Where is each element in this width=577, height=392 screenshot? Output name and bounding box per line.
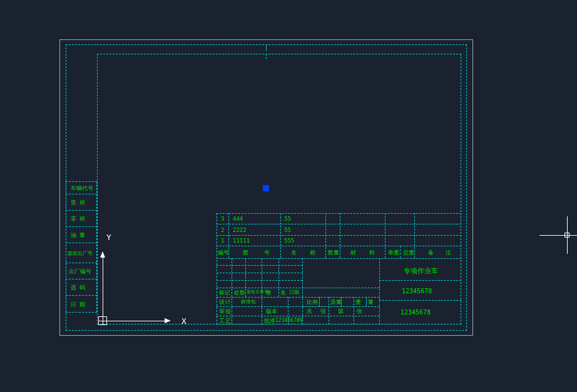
- selection-grip[interactable]: [263, 185, 269, 191]
- grid-line: [217, 288, 379, 288]
- grid-line: [329, 297, 329, 324]
- grid-line: [400, 246, 401, 258]
- r2c4: 比例: [307, 299, 318, 305]
- center-tick-top: [266, 44, 267, 51]
- r4c6: 第: [338, 309, 344, 314]
- h4: 称: [310, 250, 315, 256]
- grid-line: [217, 280, 302, 281]
- grid-line: [379, 258, 380, 324]
- left-row1: 里 程: [71, 200, 85, 206]
- x-arrow-icon: [165, 318, 171, 323]
- grid-line: [280, 213, 281, 258]
- grid-line: [217, 273, 302, 273]
- grid-line: [217, 224, 461, 224]
- center-tick-top-inner: [266, 54, 267, 59]
- r2c6: 重: [355, 299, 361, 305]
- crosshair-pickbox-icon: [564, 233, 569, 238]
- grid-line: [217, 265, 302, 266]
- x-label: X: [181, 316, 186, 326]
- c1-3: 444: [233, 216, 243, 222]
- grid-line: [217, 297, 379, 298]
- c1-2: 2222: [233, 228, 247, 233]
- h6: 材: [350, 250, 356, 256]
- grid-line: [340, 213, 340, 258]
- r3c1: 审: [219, 309, 225, 314]
- c2-1: 555: [284, 238, 294, 244]
- grid-line: [217, 316, 379, 316]
- left-row3: 油 量: [71, 233, 85, 238]
- title-name: 专项作业车: [404, 268, 438, 274]
- r3c2: 核: [225, 309, 231, 314]
- r4c5: 张: [320, 309, 326, 314]
- r4c7: 张: [357, 309, 362, 314]
- h8: 单重: [388, 250, 399, 256]
- grid-line: [319, 297, 320, 306]
- grid-line: [66, 243, 97, 243]
- grid-line: [385, 213, 386, 258]
- ucs-origin-icon: [98, 316, 107, 325]
- r4c3: 批准: [264, 318, 275, 324]
- idx2: 2: [221, 228, 224, 233]
- grid-line: [245, 258, 246, 297]
- grid-line: [302, 306, 379, 307]
- r2c5: 质量: [330, 299, 342, 305]
- r4c1: 工: [219, 318, 225, 324]
- grid-line: [66, 295, 97, 296]
- r4c2: 艺: [225, 318, 231, 324]
- y-axis: [103, 258, 103, 316]
- c1-1: 11111: [233, 238, 250, 244]
- grid-line: [217, 235, 461, 236]
- y-label: Y: [106, 233, 111, 242]
- grid-line: [232, 258, 232, 324]
- h9: 总重: [403, 250, 414, 256]
- h5: 数量: [328, 250, 339, 256]
- idx1: 1: [221, 238, 224, 244]
- h2: 号: [264, 250, 270, 256]
- grid-line: [354, 297, 354, 324]
- r2c7: 量: [368, 299, 374, 305]
- grid-line: [379, 280, 461, 281]
- grid-line: [66, 279, 97, 279]
- c2-2: 55: [284, 228, 291, 233]
- h11: 注: [446, 250, 451, 256]
- code2: 12345678: [401, 309, 431, 316]
- r2c2: 计: [225, 299, 231, 305]
- idx3: 3: [221, 216, 224, 222]
- grid-line: [278, 258, 279, 297]
- h0: 编号: [218, 250, 229, 256]
- grid-line: [66, 194, 97, 194]
- code1: 12345678: [402, 288, 432, 294]
- h1: 图: [243, 250, 248, 256]
- r1c5: 名: [280, 290, 286, 296]
- grid-line: [366, 297, 367, 306]
- r5c4: 123456789: [275, 318, 302, 323]
- left-row5: 出厂编号: [69, 269, 91, 274]
- grid-line: [414, 213, 415, 258]
- h3: 名: [291, 250, 297, 256]
- r5c3: 版本: [266, 309, 277, 314]
- h10: 备: [428, 250, 434, 256]
- left-row6: 遥 码: [71, 285, 85, 291]
- grid-line: [302, 258, 303, 324]
- grid-line: [66, 210, 97, 211]
- left-row0: 车辆代号: [71, 186, 93, 191]
- r1c2: 处数: [234, 290, 245, 296]
- grid-line: [217, 258, 461, 259]
- r1c1: 标记: [219, 290, 230, 296]
- h7: 料: [369, 250, 375, 256]
- r2c3: 标准化: [241, 299, 256, 304]
- r1c6: 日期: [289, 290, 299, 295]
- grid-line: [217, 246, 461, 246]
- left-row2: 零 程: [71, 216, 85, 222]
- r1c4: 签: [266, 290, 272, 296]
- y-arrow-icon: [100, 251, 105, 258]
- r2c1: 设: [219, 299, 225, 305]
- left-row4: 架装出厂号: [68, 251, 93, 256]
- left-row7: 日 期: [71, 302, 85, 308]
- grid-line: [66, 226, 97, 227]
- x-axis: [107, 321, 165, 321]
- crosshair-horizontal: [539, 235, 577, 236]
- c2-3: 55: [284, 216, 291, 222]
- grid-line: [66, 263, 97, 263]
- r1c3: 更改文件号: [247, 290, 268, 294]
